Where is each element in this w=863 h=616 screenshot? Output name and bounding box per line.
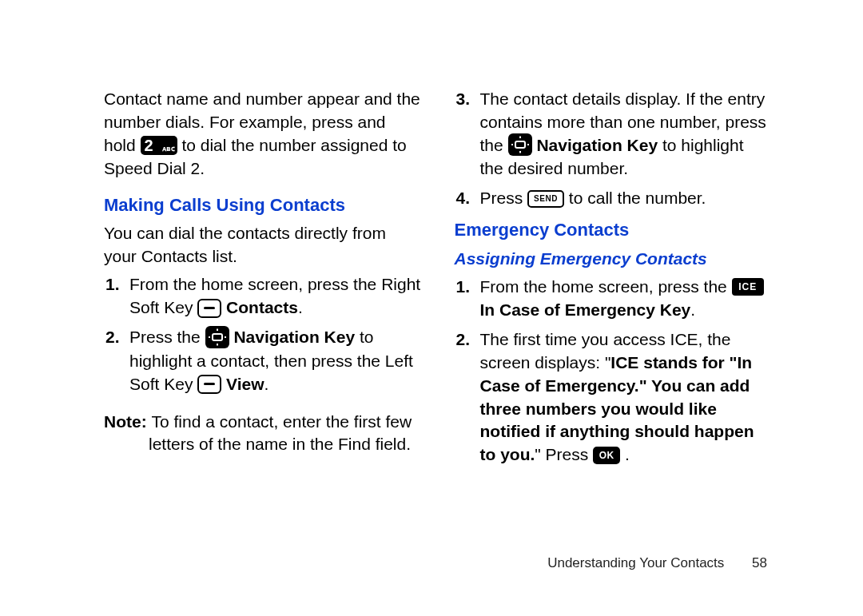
step-post: . <box>264 375 269 393</box>
making-calls-steps: 1. From the home screen, press the Right… <box>104 273 421 395</box>
step-mid2: " Press <box>535 445 593 463</box>
left-soft-key-icon <box>197 375 221 394</box>
step-item: 4. Press to call the number. <box>455 187 772 210</box>
step-text: From the home screen, press the <box>480 277 732 296</box>
step-number: 2. <box>105 326 120 349</box>
heading-emergency: Emergency Contacts <box>455 218 772 242</box>
step-post: . <box>625 445 630 463</box>
step-item: 3. The contact details display. If the e… <box>455 88 772 181</box>
step-text: Press <box>480 189 528 207</box>
step-bold-2: View <box>226 375 264 393</box>
note-block: Note: To find a contact, enter the first… <box>104 411 421 457</box>
footer-page-number: 58 <box>752 555 767 571</box>
footer-chapter: Understanding Your Contacts <box>547 555 724 570</box>
right-soft-key-icon <box>197 299 221 318</box>
navigation-key-icon <box>205 326 229 348</box>
continued-steps: 3. The contact details display. If the e… <box>455 88 772 210</box>
ice-key-icon <box>732 278 764 296</box>
note-body: To find a contact, enter the first few l… <box>149 412 412 454</box>
step-bold: Contacts <box>226 298 298 316</box>
subheading-assigning: Assigning Emergency Contacts <box>455 248 772 271</box>
key-2-abc-icon <box>141 136 177 155</box>
note-label: Note: <box>104 412 152 431</box>
intro-paragraph: Contact name and number appear and the n… <box>104 88 421 181</box>
step-item: 1. From the home screen, press the Right… <box>104 273 421 320</box>
ok-key-icon <box>593 447 620 464</box>
step-item: 1. From the home screen, press the In Ca… <box>455 276 772 322</box>
right-column: 3. The contact details display. If the e… <box>455 88 772 568</box>
step-number: 1. <box>456 276 471 299</box>
emergency-steps: 1. From the home screen, press the In Ca… <box>455 276 772 467</box>
heading-making-calls: Making Calls Using Contacts <box>104 193 421 217</box>
step-post: . <box>690 300 695 319</box>
step-text: Press the <box>129 328 205 346</box>
page-footer: Understanding Your Contacts 58 <box>547 555 767 571</box>
left-column: Contact name and number appear and the n… <box>104 88 421 568</box>
making-calls-intro: You can dial the contacts directly from … <box>104 222 421 268</box>
step-post: to call the number. <box>569 189 706 207</box>
step-post: . <box>298 298 303 316</box>
step-number: 3. <box>456 88 471 111</box>
step-bold: Navigation Key <box>536 136 658 154</box>
step-item: 2. Press the Navigation Key to highlight… <box>104 326 421 395</box>
navigation-key-icon <box>508 133 532 156</box>
step-bold: Navigation Key <box>233 328 355 346</box>
step-number: 4. <box>456 187 471 210</box>
step-number: 1. <box>105 273 120 296</box>
send-key-icon <box>527 190 564 208</box>
step-bold: In Case of Emergency Key <box>480 300 691 319</box>
manual-page: Contact name and number appear and the n… <box>0 0 863 616</box>
step-number: 2. <box>456 328 471 352</box>
step-item: 2. The first time you access ICE, the sc… <box>455 328 772 467</box>
